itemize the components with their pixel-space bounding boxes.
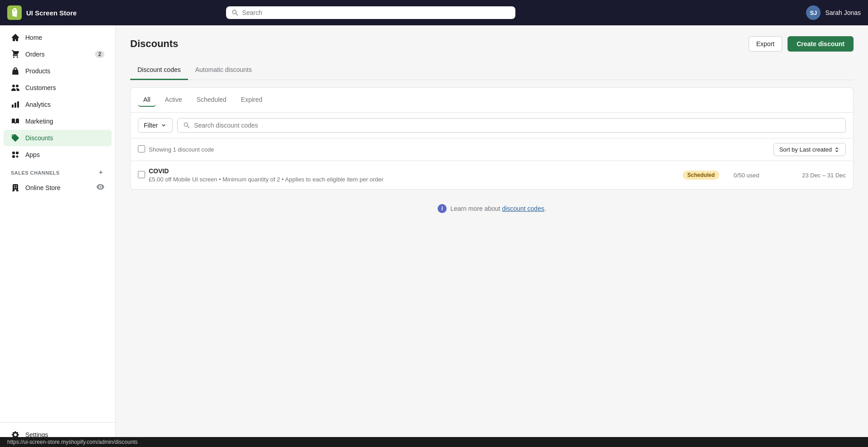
- status-bar: https://ui-screen-store.myshopify.com/ad…: [0, 437, 868, 447]
- showing-label: Showing 1 discount code: [149, 146, 774, 153]
- sidebar-item-home[interactable]: Home: [4, 29, 112, 46]
- discounts-card: All Active Scheduled Expired Filter: [130, 87, 854, 190]
- analytics-icon: [11, 100, 20, 109]
- search-input[interactable]: [242, 9, 510, 16]
- sub-tab-all[interactable]: All: [138, 93, 156, 107]
- sort-chevron-icon: [834, 147, 840, 153]
- sort-label: Sort by Last created: [779, 146, 832, 153]
- home-icon: [11, 33, 20, 42]
- sidebar-item-orders-label: Orders: [25, 51, 45, 58]
- top-bar: UI Screen Store SJ Sarah Jonas: [0, 0, 868, 25]
- sidebar: Home Orders 2 Products: [0, 25, 116, 447]
- sidebar-item-online-store[interactable]: Online Store: [4, 179, 112, 196]
- discount-name: COVID: [149, 167, 675, 175]
- tab-automatic-discounts[interactable]: Automatic discounts: [188, 61, 259, 80]
- search-discount-input[interactable]: [194, 122, 840, 129]
- add-sales-channel-icon[interactable]: [97, 169, 104, 177]
- page-title: Discounts: [130, 38, 178, 50]
- search-discount-bar: [177, 118, 846, 133]
- sidebar-item-products-label: Products: [25, 67, 50, 75]
- sub-tab-active[interactable]: Active: [160, 93, 188, 107]
- filter-bar: Filter: [131, 113, 853, 138]
- store-logo[interactable]: UI Screen Store: [7, 5, 77, 20]
- status-badge: Scheduled: [683, 171, 719, 180]
- logo-icon: [7, 5, 22, 20]
- user-name: Sarah Jonas: [825, 9, 861, 16]
- table-header-row: Showing 1 discount code Sort by Last cre…: [131, 138, 853, 161]
- row-check[interactable]: [138, 171, 149, 180]
- sidebar-item-marketing-label: Marketing: [25, 118, 53, 125]
- avatar: SJ: [806, 5, 821, 20]
- store-name: UI Screen Store: [26, 9, 77, 17]
- sales-channels-section: SALES CHANNELS: [0, 163, 115, 179]
- tab-discount-codes[interactable]: Discount codes: [130, 61, 188, 80]
- sub-tab-expired[interactable]: Expired: [236, 93, 268, 107]
- marketing-icon: [11, 117, 20, 126]
- info-icon: i: [438, 204, 447, 213]
- info-section: i Learn more about discount codes.: [130, 190, 854, 228]
- sidebar-item-analytics[interactable]: Analytics: [4, 96, 112, 113]
- discount-usage: 0/50 used: [719, 172, 774, 179]
- search-icon: [231, 9, 239, 16]
- online-store-label: Online Store: [25, 184, 61, 191]
- sidebar-item-customers[interactable]: Customers: [4, 80, 112, 96]
- main-content: Discounts Export Create discount Discoun…: [116, 25, 868, 447]
- apps-icon: [11, 150, 20, 159]
- sidebar-item-apps-label: Apps: [25, 151, 40, 158]
- sidebar-item-discounts[interactable]: Discounts: [4, 130, 112, 146]
- create-discount-button[interactable]: Create discount: [788, 36, 854, 52]
- page-header: Discounts Export Create discount: [130, 36, 854, 52]
- sidebar-item-products[interactable]: Products: [4, 63, 112, 79]
- sales-channels-label: SALES CHANNELS: [11, 170, 60, 176]
- discount-info: COVID £5.00 off Mobile UI screen • Minim…: [149, 167, 675, 183]
- filter-label: Filter: [144, 122, 158, 129]
- header-actions: Export Create discount: [749, 36, 854, 52]
- orders-icon: [11, 50, 20, 59]
- status-url: https://ui-screen-store.myshopify.com/ad…: [7, 439, 138, 445]
- sidebar-item-customers-label: Customers: [25, 84, 56, 91]
- table-row[interactable]: COVID £5.00 off Mobile UI screen • Minim…: [131, 161, 853, 189]
- filter-button[interactable]: Filter: [138, 118, 173, 133]
- discounts-icon: [11, 133, 20, 143]
- info-text: Learn more about discount codes.: [450, 205, 546, 212]
- row-checkbox[interactable]: [138, 171, 145, 178]
- user-area: SJ Sarah Jonas: [806, 5, 861, 20]
- discount-codes-link[interactable]: discount codes: [502, 205, 544, 212]
- sidebar-nav: Home Orders 2 Products: [0, 25, 115, 200]
- chevron-down-icon: [160, 122, 167, 128]
- sub-tab-scheduled[interactable]: Scheduled: [191, 93, 232, 107]
- online-store-icon: [11, 183, 20, 192]
- select-all-checkbox[interactable]: [138, 145, 145, 152]
- sidebar-item-orders[interactable]: Orders 2: [4, 46, 112, 62]
- orders-badge: 2: [95, 51, 104, 58]
- products-icon: [11, 67, 20, 76]
- main-tabs: Discount codes Automatic discounts: [130, 61, 854, 80]
- sidebar-item-home-label: Home: [25, 34, 42, 41]
- select-all-check[interactable]: [138, 145, 149, 154]
- discount-description: £5.00 off Mobile UI screen • Minimum qua…: [149, 176, 675, 183]
- search-discount-icon: [183, 122, 190, 129]
- eye-icon[interactable]: [96, 183, 104, 192]
- sidebar-item-discounts-label: Discounts: [25, 134, 53, 142]
- customers-icon: [11, 83, 20, 92]
- export-button[interactable]: Export: [749, 36, 782, 52]
- discount-dates: 23 Dec – 31 Dec: [774, 172, 846, 179]
- sidebar-item-analytics-label: Analytics: [25, 101, 51, 108]
- sub-tabs: All Active Scheduled Expired: [131, 88, 853, 113]
- sidebar-item-marketing[interactable]: Marketing: [4, 113, 112, 129]
- search-bar: [226, 6, 515, 19]
- sort-button[interactable]: Sort by Last created: [774, 143, 846, 156]
- sidebar-item-apps[interactable]: Apps: [4, 147, 112, 163]
